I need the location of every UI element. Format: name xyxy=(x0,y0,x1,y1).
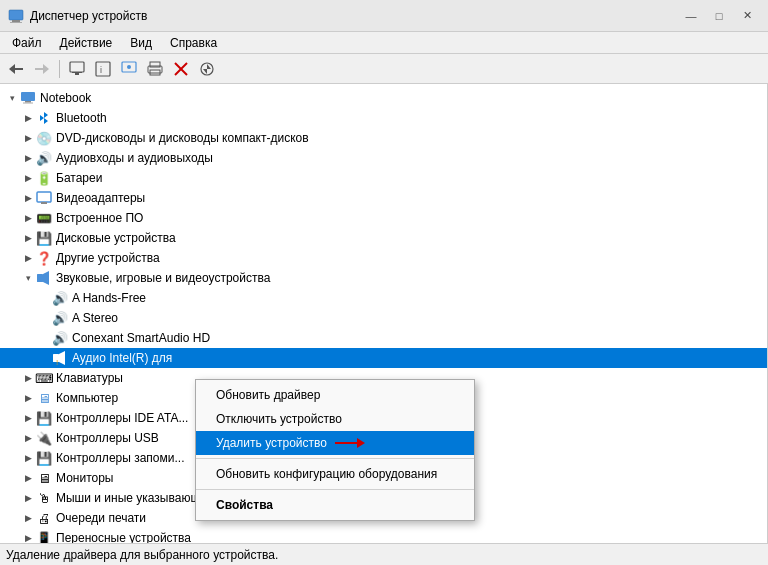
usb-icon: 🔌 xyxy=(36,430,52,446)
tree-item-stereo[interactable]: 🔊 A Stereo xyxy=(0,308,767,328)
toolbar-update-button[interactable] xyxy=(195,58,219,80)
tree-item-battery[interactable]: ▶ 🔋 Батареи xyxy=(0,168,767,188)
computer-label: Компьютер xyxy=(56,391,118,405)
toolbar-print-button[interactable] xyxy=(143,58,167,80)
toolbar-back-button[interactable] xyxy=(4,58,28,80)
dvd-icon: 💿 xyxy=(36,130,52,146)
firmware-icon: 📟 xyxy=(36,210,52,226)
menu-view[interactable]: Вид xyxy=(122,34,160,52)
device-tree[interactable]: ▾ Notebook ▶ Bluetooth ▶ 💿 DVD-дисководы… xyxy=(0,84,768,543)
expand-other-icon: ▶ xyxy=(20,250,36,266)
svg-marker-30 xyxy=(59,351,65,365)
tree-item-sound[interactable]: ▾ Звуковые, игровые и видеоустройства xyxy=(0,268,767,288)
ctx-update-hardware[interactable]: Обновить конфигурацию оборудования xyxy=(196,462,474,486)
menu-action[interactable]: Действие xyxy=(52,34,121,52)
expand-dvd-icon: ▶ xyxy=(20,130,36,146)
tree-item-firmware[interactable]: ▶ 📟 Встроенное ПО xyxy=(0,208,767,228)
ctx-update-driver-label: Обновить драйвер xyxy=(216,388,320,402)
tree-item-disk[interactable]: ▶ 💾 Дисковые устройства xyxy=(0,228,767,248)
ctx-remove-device[interactable]: Удалить устройство xyxy=(196,431,474,455)
expand-intel-audio-icon xyxy=(36,350,52,366)
tree-item-portable[interactable]: ▶ 📱 Переносные устройства xyxy=(0,528,767,543)
bluetooth-icon xyxy=(36,110,52,126)
other-label: Другие устройства xyxy=(56,251,160,265)
computer-icon: 🖥 xyxy=(36,390,52,406)
hands-free-icon: 🔊 xyxy=(52,290,68,306)
toolbar-separator-1 xyxy=(59,60,60,78)
tree-item-bluetooth[interactable]: ▶ Bluetooth xyxy=(0,108,767,128)
tree-item-hands-free[interactable]: 🔊 A Hands-Free xyxy=(0,288,767,308)
toolbar: i xyxy=(0,54,768,84)
title-bar: Диспетчер устройств — □ ✕ xyxy=(0,0,768,32)
svg-rect-27 xyxy=(37,274,43,282)
toolbar-scan-button[interactable] xyxy=(65,58,89,80)
bluetooth-label: Bluetooth xyxy=(56,111,107,125)
window-title: Диспетчер устройств xyxy=(30,9,147,23)
status-bar: Удаление драйвера для выбранного устройс… xyxy=(0,543,768,565)
svg-rect-4 xyxy=(13,68,23,70)
expand-audio-io-icon: ▶ xyxy=(20,150,36,166)
menu-help[interactable]: Справка xyxy=(162,34,225,52)
tree-item-conexant[interactable]: 🔊 Conexant SmartAudio HD xyxy=(0,328,767,348)
ctx-properties[interactable]: Свойства xyxy=(196,493,474,517)
monitors-icon: 🖥 xyxy=(36,470,52,486)
svg-text:!: ! xyxy=(56,358,58,365)
audio-io-label: Аудиовходы и аудиовыходы xyxy=(56,151,213,165)
svg-rect-0 xyxy=(9,10,23,20)
title-controls: — □ ✕ xyxy=(678,6,760,26)
svg-rect-22 xyxy=(21,92,35,101)
root-label: Notebook xyxy=(40,91,91,105)
maximize-button[interactable]: □ xyxy=(706,6,732,26)
tree-root[interactable]: ▾ Notebook xyxy=(0,88,767,108)
portable-icon: 📱 xyxy=(36,530,52,543)
svg-point-13 xyxy=(127,65,131,69)
ctx-remove-device-label: Удалить устройство xyxy=(216,436,327,450)
tree-item-audio-io[interactable]: ▶ 🔊 Аудиовходы и аудиовыходы xyxy=(0,148,767,168)
minimize-button[interactable]: — xyxy=(678,6,704,26)
main-area: ▾ Notebook ▶ Bluetooth ▶ 💿 DVD-дисководы… xyxy=(0,84,768,543)
svg-rect-10 xyxy=(96,62,110,76)
stereo-icon: 🔊 xyxy=(52,310,68,326)
svg-rect-7 xyxy=(70,62,84,72)
toolbar-forward-button[interactable] xyxy=(30,58,54,80)
expand-display-icon: ▶ xyxy=(20,190,36,206)
tree-item-other[interactable]: ▶ ❓ Другие устройства xyxy=(0,248,767,268)
dvd-label: DVD-дисководы и дисководы компакт-дисков xyxy=(56,131,309,145)
toolbar-properties-button[interactable]: i xyxy=(91,58,115,80)
mouse-icon: 🖱 xyxy=(36,490,52,506)
print-label: Очереди печати xyxy=(56,511,146,525)
storage-icon: 💾 xyxy=(36,450,52,466)
expand-monitors-icon: ▶ xyxy=(20,470,36,486)
disk-label: Дисковые устройства xyxy=(56,231,176,245)
expand-root-icon: ▾ xyxy=(4,90,20,106)
menu-file[interactable]: Файл xyxy=(4,34,50,52)
tree-item-dvd[interactable]: ▶ 💿 DVD-дисководы и дисководы компакт-ди… xyxy=(0,128,767,148)
keyboard-label: Клавиатуры xyxy=(56,371,123,385)
storage-label: Контроллеры запоми... xyxy=(56,451,184,465)
sound-label: Звуковые, игровые и видеоустройства xyxy=(56,271,270,285)
expand-conexant-icon xyxy=(36,330,52,346)
intel-audio-label: Аудио Intel(R) для xyxy=(72,351,172,365)
ctx-properties-label: Свойства xyxy=(216,498,273,512)
usb-label: Контроллеры USB xyxy=(56,431,159,445)
tree-item-display[interactable]: ▶ Видеоадаптеры xyxy=(0,188,767,208)
audio-io-icon: 🔊 xyxy=(36,150,52,166)
ctx-disable-device[interactable]: Отключить устройство xyxy=(196,407,474,431)
print-icon: 🖨 xyxy=(36,510,52,526)
expand-ide-icon: ▶ xyxy=(20,410,36,426)
close-button[interactable]: ✕ xyxy=(734,6,760,26)
ctx-sep2 xyxy=(196,489,474,490)
intel-audio-icon: ! xyxy=(52,350,68,366)
toolbar-delete-button[interactable] xyxy=(169,58,193,80)
svg-rect-8 xyxy=(72,72,82,73)
ctx-update-hardware-label: Обновить конфигурацию оборудования xyxy=(216,467,437,481)
tree-item-intel-audio[interactable]: ! Аудио Intel(R) для xyxy=(0,348,767,368)
expand-print-icon: ▶ xyxy=(20,510,36,526)
expand-firmware-icon: ▶ xyxy=(20,210,36,226)
toolbar-device-manager-button[interactable] xyxy=(117,58,141,80)
expand-bluetooth-icon: ▶ xyxy=(20,110,36,126)
computer-icon xyxy=(20,90,36,106)
keyboard-icon: ⌨ xyxy=(36,370,52,386)
ctx-update-driver[interactable]: Обновить драйвер xyxy=(196,383,474,407)
disk-icon: 💾 xyxy=(36,230,52,246)
